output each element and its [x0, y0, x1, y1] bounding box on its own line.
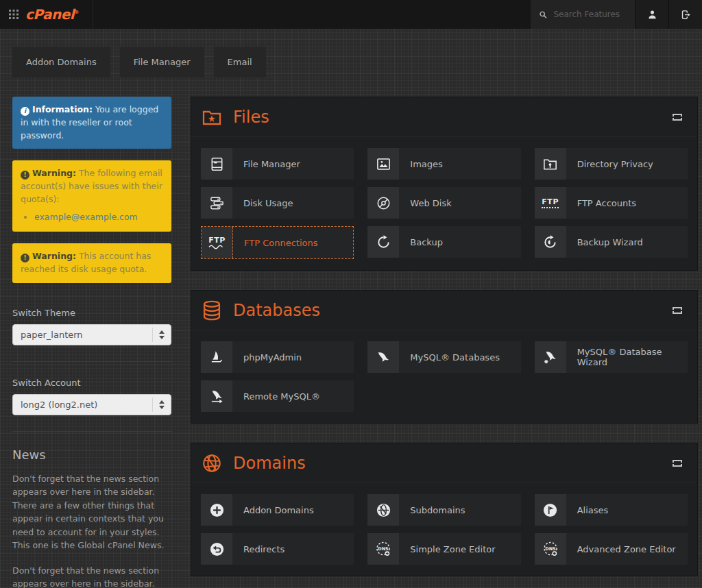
apps-grid-icon[interactable]	[9, 10, 19, 19]
backup-wizard-icon	[542, 234, 558, 250]
database-icon	[201, 299, 223, 321]
info-strong: Information:	[32, 104, 93, 114]
feature-mysql-database-wizard[interactable]: MySQL® Database Wizard	[535, 341, 688, 373]
news-section: News Don't forget that the news section …	[12, 448, 171, 588]
sidebar-divider	[12, 431, 171, 432]
select-stepper-icon	[152, 328, 171, 342]
images-icon	[376, 156, 391, 172]
mysql-databases-icon	[376, 350, 391, 365]
user-button[interactable]	[635, 0, 668, 29]
feature-phpmyadmin[interactable]: phpMyAdmin	[201, 341, 354, 373]
section-domains: Domains Addon Domains	[191, 443, 698, 576]
feature-directory-privacy[interactable]: Directory Privacy	[535, 148, 688, 180]
logo-area: cPanel®	[0, 0, 93, 29]
warning-strong: Warning:	[32, 251, 76, 261]
remote-mysql-icon	[209, 389, 225, 404]
disk-usage-icon	[209, 195, 225, 211]
info-notice: iInformation: You are logged in with the…	[12, 97, 171, 149]
select-stepper-icon	[152, 397, 171, 412]
feature-remote-mysql[interactable]: Remote MySQL®	[201, 380, 354, 412]
section-title: Databases	[233, 301, 673, 320]
section-title: Files	[233, 108, 673, 127]
theme-select-value: paper_lantern	[21, 330, 83, 340]
feature-mysql-databases[interactable]: MySQL® Databases	[367, 341, 520, 373]
account-select[interactable]: long2 (long2.net)	[12, 394, 171, 415]
news-title: News	[12, 448, 171, 462]
databases-section-header: Databases	[191, 291, 697, 330]
search-input[interactable]	[553, 10, 627, 19]
section-databases: Databases phpMyAdmin MySQL® Databases	[191, 290, 698, 424]
logout-button[interactable]	[668, 0, 702, 29]
open-feature-tabs: Addon Domains File Manager Email	[0, 29, 702, 77]
feature-search[interactable]	[531, 0, 635, 29]
feature-file-manager[interactable]: File Manager	[201, 148, 354, 180]
collapse-section-icon[interactable]	[673, 114, 682, 121]
feature-backup[interactable]: Backup	[367, 226, 520, 258]
files-section-header: Files	[191, 97, 697, 137]
email-account-link[interactable]: example@example.com	[34, 212, 138, 222]
sidebar-divider	[12, 361, 171, 362]
tab-file-manager[interactable]: File Manager	[120, 47, 204, 77]
subdomains-icon	[376, 502, 391, 518]
backup-icon	[376, 234, 391, 250]
switch-account-label: Switch Account	[12, 378, 171, 388]
section-files: Files File Manager	[191, 97, 698, 271]
folder-star-icon	[201, 106, 223, 128]
aliases-icon	[542, 502, 558, 518]
news-paragraph-reseller: Don't forget that the news section appea…	[12, 564, 171, 588]
ftp-connections-icon: FTP	[208, 236, 226, 249]
feature-disk-usage[interactable]: Disk Usage	[201, 187, 354, 219]
search-icon	[539, 10, 547, 20]
file-manager-icon	[209, 156, 225, 172]
info-icon: i	[21, 107, 29, 116]
feature-ftp-accounts[interactable]: FTP FTP Accounts	[535, 187, 688, 219]
phpmyadmin-icon	[209, 350, 225, 365]
topbar-spacer	[93, 0, 531, 29]
news-paragraph-global: Don't forget that the news section appea…	[12, 472, 171, 552]
web-disk-icon	[376, 195, 391, 211]
addon-domains-icon	[209, 502, 225, 518]
advanced-zone-editor-icon: DNS	[542, 541, 559, 557]
main-content: Files File Manager	[191, 97, 698, 588]
feature-simple-zone-editor[interactable]: DNS Simple Zone Editor	[367, 533, 520, 565]
logout-icon	[680, 9, 692, 21]
tab-addon-domains[interactable]: Addon Domains	[12, 47, 110, 77]
redirects-icon	[209, 541, 225, 557]
theme-select[interactable]: paper_lantern	[12, 324, 171, 345]
feature-web-disk[interactable]: Web Disk	[367, 187, 520, 219]
mysql-database-wizard-icon	[542, 350, 558, 365]
section-title: Domains	[233, 454, 673, 473]
tab-email[interactable]: Email	[214, 47, 266, 77]
switch-theme-label: Switch Theme	[12, 308, 171, 318]
warning-notice-email-quota: !Warning: The following email account(s)…	[12, 160, 171, 232]
feature-subdomains[interactable]: Subdomains	[367, 494, 520, 526]
svg-text:DNS: DNS	[378, 546, 389, 552]
warning-notice-disk-quota: !Warning: This account has reached its d…	[12, 243, 171, 283]
user-icon	[646, 9, 658, 21]
sidebar: iInformation: You are logged in with the…	[12, 97, 171, 588]
feature-images[interactable]: Images	[367, 148, 520, 180]
feature-advanced-zone-editor[interactable]: DNS Advanced Zone Editor	[535, 533, 688, 565]
svg-text:DNS: DNS	[545, 546, 556, 552]
feature-aliases[interactable]: Aliases	[535, 494, 688, 526]
feature-redirects[interactable]: Redirects	[201, 533, 354, 565]
account-select-value: long2 (long2.net)	[21, 400, 97, 410]
warning-icon: !	[21, 254, 29, 262]
cpanel-logo[interactable]: cPanel®	[25, 6, 79, 23]
globe-icon	[201, 452, 223, 474]
trademark-mark: ®	[74, 10, 79, 15]
simple-zone-editor-icon: DNS	[375, 541, 391, 557]
feature-backup-wizard[interactable]: Backup Wizard	[535, 226, 688, 258]
directory-privacy-icon	[542, 156, 558, 172]
warning-strong: Warning:	[32, 168, 76, 178]
topbar: cPanel®	[0, 0, 702, 29]
warning-icon: !	[21, 171, 29, 180]
feature-addon-domains[interactable]: Addon Domains	[201, 494, 354, 526]
collapse-section-icon[interactable]	[673, 307, 682, 314]
collapse-section-icon[interactable]	[673, 460, 682, 467]
ftp-accounts-icon: FTP	[542, 198, 559, 208]
feature-ftp-connections[interactable]: FTP FTP Connections	[201, 226, 354, 259]
domains-section-header: Domains	[191, 443, 697, 483]
